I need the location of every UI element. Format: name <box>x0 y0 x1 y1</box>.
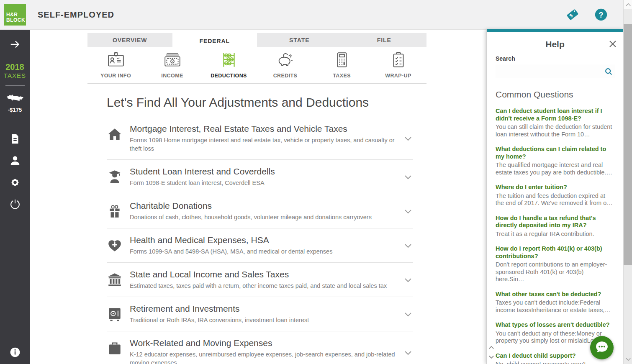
chevron-down-icon[interactable] <box>403 133 413 144</box>
question-item[interactable]: What other taxes can't be deducted? Taxe… <box>496 291 614 314</box>
question-item[interactable]: How do I handle a tax refund that's dire… <box>496 215 614 238</box>
briefcase-icon <box>107 341 123 356</box>
subnav-taxes[interactable]: TAXES <box>313 48 370 83</box>
calculator-icon <box>332 48 352 71</box>
graduate-icon <box>107 169 123 185</box>
question-item[interactable]: Where do I enter tuition? The tuition an… <box>496 184 614 207</box>
bank-icon <box>107 272 123 288</box>
help-icon[interactable]: ? <box>594 8 608 22</box>
forward-arrow-icon[interactable] <box>9 38 21 51</box>
subnav-credits[interactable]: CREDITS <box>257 48 313 83</box>
question-link[interactable]: What deductions can I claim related to m… <box>496 146 614 160</box>
answer-preview: The qualified mortgage interest and real… <box>496 161 614 176</box>
chevron-down-icon[interactable] <box>403 172 413 182</box>
hrblock-logo: H&R BLOCK <box>4 4 26 26</box>
question-link[interactable]: Where do I enter tuition? <box>496 184 614 191</box>
deduction-item-health[interactable]: Health and Medical Expenses, HSA Forms 1… <box>107 228 413 262</box>
question-link[interactable]: What other taxes can't be deducted? <box>496 291 614 298</box>
subnav-label: TAXES <box>333 73 351 79</box>
subnav-wrap-up[interactable]: WRAP-UP <box>370 48 426 83</box>
search-input[interactable] <box>496 64 615 78</box>
tab-overview[interactable]: OVERVIEW <box>87 33 172 47</box>
answer-preview: You can still claim the deduction for st… <box>496 123 614 138</box>
close-icon[interactable] <box>608 39 618 49</box>
tab-state[interactable]: STATE <box>257 33 342 47</box>
common-questions-list: Can I deduct student loan interest if I … <box>496 108 614 364</box>
chevron-down-icon[interactable] <box>403 309 413 319</box>
question-link[interactable]: Can I deduct student loan interest if I … <box>496 108 614 122</box>
question-link[interactable]: How do I handle a tax refund that's dire… <box>496 215 614 229</box>
scrollbar-down-icon[interactable] <box>624 355 632 364</box>
question-link[interactable]: How do I report Roth 401(k) or 403(b) co… <box>496 245 614 260</box>
tab-label: OVERVIEW <box>113 37 147 44</box>
subnav-label: DEDUCTIONS <box>211 73 247 79</box>
chat-icon <box>593 338 610 357</box>
question-link[interactable]: What types of losses aren't deductible? <box>496 321 614 329</box>
deduction-item-charitable[interactable]: Charitable Donations Donations of cash, … <box>107 194 413 228</box>
subnav-income[interactable]: INCOME <box>144 48 200 83</box>
search-icon[interactable] <box>604 67 613 76</box>
item-description: K-12 educator expenses, unreimbursed emp… <box>130 350 397 364</box>
gear-icon[interactable] <box>9 176 21 189</box>
tax-year: 2018 <box>4 62 26 72</box>
question-item[interactable]: How do I report Roth 401(k) or 403(b) co… <box>496 245 614 283</box>
refund-tracker[interactable]: -$175 <box>6 93 24 113</box>
tab-label: FILE <box>377 37 391 44</box>
deduction-item-work-moving[interactable]: Work-Related and Moving Expenses K-12 ed… <box>107 331 413 364</box>
id-card-icon <box>106 48 126 71</box>
section-tabs: OVERVIEW FEDERAL STATE FILE <box>87 33 426 47</box>
chevron-down-icon[interactable] <box>403 241 413 251</box>
power-icon[interactable] <box>9 198 21 210</box>
question-item[interactable]: What deductions can I claim related to m… <box>496 146 614 176</box>
item-description: Form 1098-E student loan interest, Cover… <box>130 179 397 187</box>
scroll-up-icon[interactable] <box>488 344 495 351</box>
deduction-item-state-local[interactable]: State and Local Income and Sales Taxes E… <box>107 262 413 297</box>
heart-plus-icon <box>107 238 123 254</box>
sidebar-divider <box>5 85 25 86</box>
usa-map-icon <box>6 98 24 105</box>
window-scrollbar[interactable] <box>623 0 632 364</box>
item-description: Donations of cash, clothes, household go… <box>130 213 397 221</box>
chevron-down-icon[interactable] <box>403 206 413 216</box>
abacus-icon <box>219 48 239 71</box>
answer-preview: Don't report contributions to an employe… <box>496 261 614 283</box>
scrollbar-up-icon[interactable] <box>624 0 632 9</box>
scroll-down-icon[interactable] <box>488 353 495 361</box>
piggy-bank-icon <box>276 48 295 71</box>
tab-file[interactable]: FILE <box>342 33 427 47</box>
question-item[interactable]: Can I deduct student loan interest if I … <box>496 108 614 138</box>
help-panel: Help Search Common Questions Can I deduc… <box>486 29 623 364</box>
answer-preview: No, child support payments aren't deduct… <box>496 361 614 364</box>
deduction-item-retirement[interactable]: Retirement and Investments Traditional o… <box>107 297 413 331</box>
subnav-label: INCOME <box>161 73 183 79</box>
chevron-down-icon[interactable] <box>403 348 413 358</box>
tab-federal[interactable]: FEDERAL <box>172 33 257 49</box>
person-icon[interactable] <box>9 154 21 167</box>
document-icon[interactable] <box>9 133 21 145</box>
item-title: Retirement and Investments <box>130 304 397 314</box>
deduction-item-mortgage[interactable]: Mortgage Interest, Real Estate Taxes and… <box>107 117 413 159</box>
refund-amount: -$175 <box>6 107 24 113</box>
deduction-item-student-loan[interactable]: Student Loan Interest and Coverdells For… <box>107 159 413 194</box>
scrollbar-thumb[interactable] <box>624 24 632 265</box>
subnav-your-info[interactable]: YOUR INFO <box>87 48 144 83</box>
safe-icon <box>107 306 123 322</box>
answer-preview: Taxes you can't deduct include:Federal i… <box>496 299 614 314</box>
item-description: Traditional or Roth IRAs, IRA conversion… <box>130 316 397 324</box>
chat-button[interactable] <box>590 336 614 359</box>
chevron-down-icon[interactable] <box>403 275 413 285</box>
item-title: Charitable Donations <box>130 201 397 211</box>
deductions-list: Mortgage Interest, Real Estate Taxes and… <box>107 117 413 364</box>
common-questions-heading: Common Questions <box>496 90 623 100</box>
item-description: Estimated taxes, taxes paid with a retur… <box>130 282 397 290</box>
subnav-deductions[interactable]: DEDUCTIONS <box>200 48 257 83</box>
checklist-icon <box>389 48 408 71</box>
search-box <box>496 64 615 78</box>
item-title: Health and Medical Expenses, HSA <box>130 235 397 245</box>
answer-preview: Treat it as a regular IRA contribution. <box>496 231 614 238</box>
item-description: Forms 1098 Home mortgage interest and re… <box>130 136 397 153</box>
subnav-label: WRAP-UP <box>385 73 411 79</box>
price-tag-icon[interactable]: $ <box>565 8 580 22</box>
house-icon <box>107 126 123 142</box>
info-icon[interactable] <box>9 346 21 358</box>
